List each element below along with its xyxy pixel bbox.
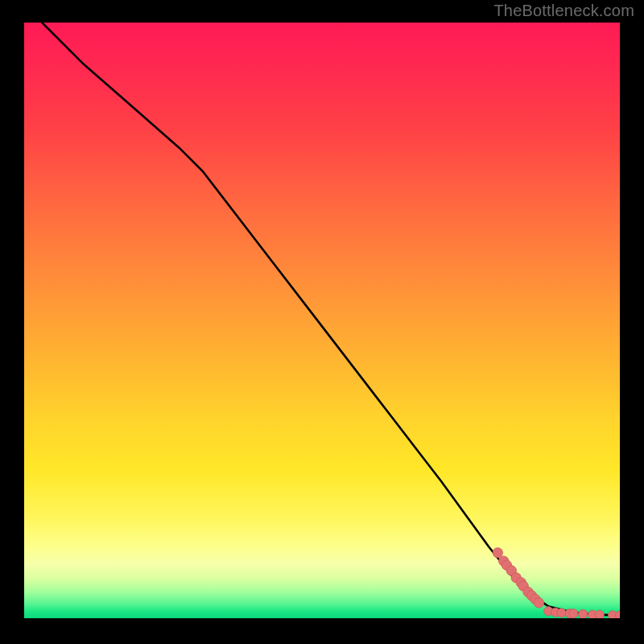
attribution-text: TheBottleneck.com bbox=[493, 2, 634, 20]
chart-svg bbox=[24, 23, 620, 618]
data-point bbox=[534, 598, 543, 608]
curve-line bbox=[42, 23, 620, 615]
data-point bbox=[557, 609, 566, 617]
data-point bbox=[569, 609, 578, 618]
chart-plot-area bbox=[24, 23, 620, 618]
data-point bbox=[595, 610, 604, 618]
data-point bbox=[493, 547, 502, 557]
data-point bbox=[579, 609, 588, 618]
scatter-points bbox=[493, 547, 620, 618]
